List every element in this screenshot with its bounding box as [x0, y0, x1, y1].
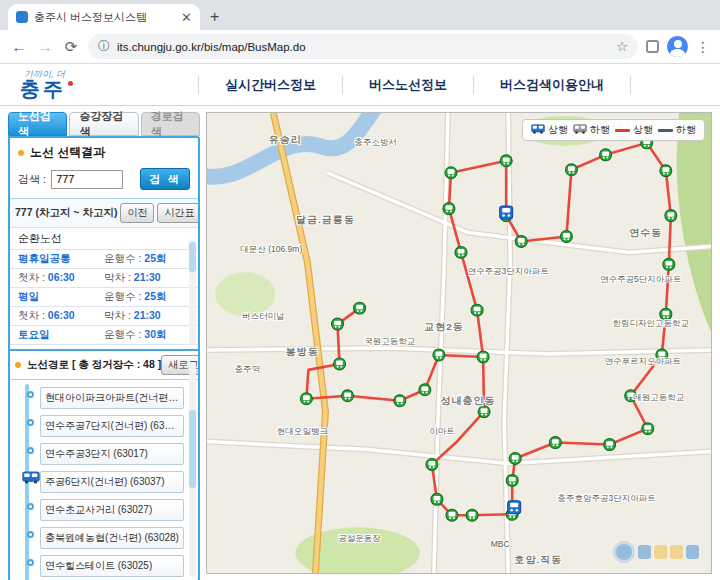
legend-bus-icon — [573, 124, 587, 136]
map-stop-marker[interactable] — [604, 439, 616, 451]
map-stop-marker[interactable] — [600, 149, 612, 161]
back-icon[interactable]: ← — [10, 38, 28, 55]
map-park-west — [215, 272, 275, 316]
profile-avatar[interactable] — [667, 36, 688, 57]
map-place-label: 버스터미널 — [242, 311, 285, 321]
browser-menu-icon[interactable]: ⋮ — [696, 39, 710, 55]
schedule-scrollbar[interactable] — [189, 240, 196, 346]
stop-list-item[interactable]: 연수주공3단지 (63017) — [16, 443, 184, 465]
map-stop-marker[interactable] — [342, 390, 354, 402]
map-stop-marker[interactable] — [431, 493, 443, 505]
nav-item-bus-route-info[interactable]: 버스노선정보 — [342, 76, 473, 94]
map-live-bus-marker[interactable] — [508, 501, 521, 514]
map-stop-marker[interactable] — [426, 458, 438, 470]
sidebar-tabs: 노선검색승강장검색경로검색 — [8, 112, 200, 136]
map-stop-marker[interactable] — [433, 349, 445, 361]
schedule-table: 평휴일공통운행수 :25회첫차 :06:30막차 :21:30평일운행수 :25… — [10, 250, 198, 345]
tab-close-icon[interactable]: ✕ — [181, 10, 192, 25]
timetable-button[interactable]: 시간표 — [157, 203, 200, 223]
map-stop-marker[interactable] — [443, 203, 455, 215]
sidebar-panel: 노선 선택결과 검색 : 검 색 777 (차고지 ~ 차고지) 이전 시간표 … — [8, 136, 200, 580]
map-place-label: 연수푸르지오아파트 — [604, 356, 681, 366]
map-place-label: 현대오일뱅크 — [277, 426, 328, 436]
legend-label: 하행 — [676, 123, 696, 137]
map-stop-marker[interactable] — [549, 437, 561, 449]
map-stop-marker[interactable] — [506, 474, 518, 486]
stop-name: 연수주공3단지 (63017) — [40, 443, 184, 465]
stops-scrollbar[interactable] — [189, 362, 196, 577]
map-stop-marker[interactable] — [300, 393, 312, 405]
map-stop-marker[interactable] — [660, 165, 672, 177]
map-canvas[interactable]: 유송리충주소방서충주문화회관달금.금릉동대문산 (106.9m)버스터미널봉방동… — [206, 112, 712, 574]
schedule-row: 첫차 :06:30막차 :21:30 — [10, 307, 198, 326]
route-type: 순환노선 — [10, 228, 198, 250]
map-place-label: 달금.금릉동 — [296, 214, 355, 225]
map-stop-marker[interactable] — [466, 509, 478, 521]
sidebar: 노선검색승강장검색경로검색 노선 선택결과 검색 : 검 색 777 (차고지 … — [8, 112, 200, 580]
map-stop-marker[interactable] — [515, 235, 527, 247]
map-stop-marker[interactable] — [331, 318, 343, 330]
map-stop-marker[interactable] — [471, 304, 483, 316]
url-bar[interactable]: ⓘ its.chungju.go.kr/bis/map/BusMap.do ☆ — [88, 34, 638, 59]
stop-list-item[interactable]: 주공6단지(건너편) (63037) — [16, 471, 184, 493]
url-text[interactable]: its.chungju.go.kr/bis/map/BusMap.do — [117, 41, 609, 53]
search-input[interactable] — [51, 170, 123, 189]
schedule-cell: 운행수 :30회 — [104, 328, 190, 342]
map-stop-marker[interactable] — [478, 406, 490, 418]
map-stop-marker[interactable] — [500, 155, 512, 167]
stop-list-item[interactable]: 연수주공7단지(건너편) (63020) — [16, 415, 184, 437]
browser-tab[interactable]: 충주시 버스정보시스템 ✕ — [8, 4, 200, 30]
stop-node-icon — [27, 419, 34, 426]
tab-stop-search[interactable]: 승강장검색 — [69, 112, 138, 136]
stop-node-icon — [27, 447, 34, 454]
legend-line-swatch — [658, 129, 673, 132]
map-stop-marker[interactable] — [663, 258, 675, 270]
map-stop-marker[interactable] — [334, 358, 346, 370]
site-info-icon[interactable]: ⓘ — [98, 38, 110, 55]
map-stop-marker[interactable] — [560, 230, 572, 242]
map-stop-marker[interactable] — [477, 351, 489, 363]
schedule-row: 평휴일공통운행수 :25회 — [10, 250, 198, 269]
forward-icon[interactable]: → — [36, 38, 54, 55]
map-stop-marker[interactable] — [565, 164, 577, 176]
prev-button[interactable]: 이전 — [120, 203, 154, 223]
search-button[interactable]: 검 색 — [140, 168, 190, 190]
site-logo[interactable]: 가까이, 더 충주 — [20, 70, 170, 99]
map-stop-marker[interactable] — [419, 384, 431, 396]
stop-list-item[interactable]: 연수힐스테이트 (63025) — [16, 555, 184, 577]
tab-route-search[interactable]: 노선검색 — [8, 112, 67, 136]
schedule-cell: 첫차 :06:30 — [18, 271, 104, 285]
map-stop-marker[interactable] — [354, 302, 366, 314]
map-stop-marker[interactable] — [665, 210, 677, 222]
map-svg[interactable]: 유송리충주소방서충주문화회관달금.금릉동대문산 (106.9m)버스터미널봉방동… — [207, 113, 711, 573]
extensions-icon[interactable] — [646, 40, 659, 53]
map-stop-marker[interactable] — [445, 167, 457, 179]
map-land — [207, 113, 711, 573]
stop-list-item[interactable]: 현대아이파크아파트(건너편) (63039) — [16, 387, 184, 409]
map-place-label: 이마트 — [429, 426, 455, 436]
new-tab-button[interactable]: + — [210, 8, 219, 26]
refresh-icon[interactable]: ⟳ — [62, 38, 80, 56]
schedule-cell: 평휴일공통 — [18, 252, 104, 266]
tab-bar: 충주시 버스정보시스템 ✕ + — [0, 0, 720, 30]
tab-path-search[interactable]: 경로검색 — [141, 112, 200, 136]
map-stop-marker[interactable] — [509, 453, 521, 465]
map-stop-marker[interactable] — [394, 395, 406, 407]
schedule-cell: 운행수 :25회 — [104, 290, 190, 304]
schedule-row: 평일운행수 :25회 — [10, 288, 198, 307]
stop-list-item[interactable]: 충북원예농협(건너편) (63028) — [16, 527, 184, 549]
map-place-label: 충주호암주공3단지아파트 — [557, 493, 655, 503]
nav-item-realtime-bus-info[interactable]: 실시간버스정보 — [198, 76, 342, 94]
map-stop-marker[interactable] — [446, 509, 458, 521]
stops-list: 현대아이파크아파트(건너편) (63039)연수주공7단지(건너편) (6302… — [10, 380, 198, 580]
stops-title: 노선경로 [ 총 정거장수 : 48 ] — [27, 358, 161, 372]
map-place-label: 교현2동 — [424, 321, 464, 332]
map-stop-marker[interactable] — [642, 423, 654, 435]
site-header: 가까이, 더 충주 실시간버스정보버스노선정보버스검색이용안내 — [0, 64, 720, 106]
stop-list-item[interactable]: 연수초교사거리 (63027) — [16, 499, 184, 521]
bookmark-star-icon[interactable]: ☆ — [616, 39, 628, 54]
map-live-bus-marker[interactable] — [500, 206, 513, 219]
map-stop-marker[interactable] — [455, 246, 467, 258]
route-title: 777 (차고지 ~ 차고지) — [15, 206, 117, 220]
nav-item-bus-search-guide[interactable]: 버스검색이용안내 — [473, 76, 631, 94]
